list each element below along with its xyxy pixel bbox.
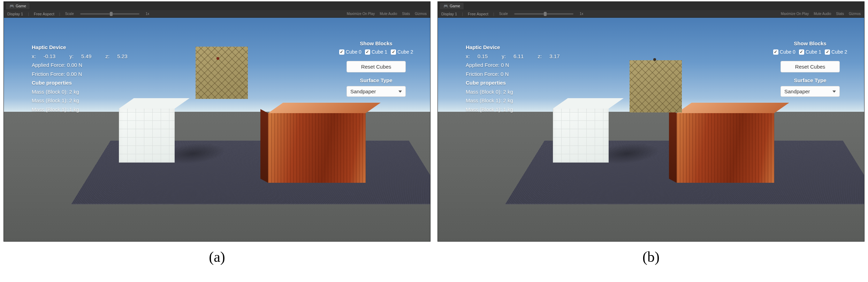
maximize-on-play-toggle[interactable]: Maximize On Play xyxy=(781,12,809,16)
mass-value: Mass (Block 1): 2 kg xyxy=(32,96,140,105)
cube0-checkbox[interactable]: ✓Cube 0 xyxy=(339,49,361,55)
cube-properties-heading: Cube properties xyxy=(466,78,572,87)
hud-controls-panel: Show Blocks ✓Cube 0 ✓Cube 1 ✓Cube 2 Rese… xyxy=(770,40,850,97)
check-icon: ✓ xyxy=(825,49,830,55)
subfigure-caption: (a) xyxy=(209,249,225,265)
window-tabbar: 🎮 Game xyxy=(4,2,430,10)
hud-controls-panel: Show Blocks ✓Cube 0 ✓Cube 1 ✓Cube 2 Rese… xyxy=(336,40,416,97)
game-tab-label: Game xyxy=(16,4,26,8)
toolbar-divider: | xyxy=(59,12,60,16)
subfigure-caption: (b) xyxy=(642,249,660,265)
scene-3d[interactable]: Haptic Device x: -0.13 y: 5.49 z: 5.23 A… xyxy=(4,18,430,241)
game-tab-icon: 🎮 xyxy=(9,4,14,8)
friction-force-value: Friction Force: 0 N xyxy=(466,70,572,79)
scale-label: Scale xyxy=(499,12,508,16)
surface-type-selected: Sandpaper xyxy=(350,88,376,94)
game-viewport-b[interactable]: 🎮 Game Display 1 | Free Aspect | Scale 1… xyxy=(437,1,865,242)
scale-value: 1x xyxy=(580,12,584,16)
applied-force-value: Applied Force: 0.00 N xyxy=(32,61,140,70)
hud-info-panel: Haptic Device x: -0.13 y: 5.49 z: 5.23 A… xyxy=(32,43,140,114)
sandpaper-cube[interactable] xyxy=(630,60,689,119)
display-dropdown[interactable]: Display 1 xyxy=(441,12,457,16)
game-toolbar: Display 1 | Free Aspect | Scale 1x Maxim… xyxy=(438,10,864,18)
surface-type-label: Surface Type xyxy=(770,77,850,83)
display-dropdown[interactable]: Display 1 xyxy=(7,12,23,16)
check-icon: ✓ xyxy=(339,49,344,55)
haptic-coords: x: -0.13 y: 5.49 z: 5.23 xyxy=(32,52,140,61)
mass-value: Mass (Block 1): 1 kg xyxy=(466,105,572,114)
aspect-dropdown[interactable]: Free Aspect xyxy=(468,12,488,16)
surface-type-dropdown[interactable]: Sandpaper xyxy=(781,86,840,97)
gizmos-toggle[interactable]: Gizmos xyxy=(849,12,861,16)
cube0-checkbox[interactable]: ✓Cube 0 xyxy=(773,49,795,55)
mass-value: Mass (Block 1): 2 kg xyxy=(466,96,572,105)
scale-slider[interactable] xyxy=(514,13,573,15)
haptic-coords: x: 0.15 y: 6.11 z: 3.17 xyxy=(466,52,572,61)
mute-audio-toggle[interactable]: Mute Audio xyxy=(380,12,397,16)
show-blocks-label: Show Blocks xyxy=(336,40,416,46)
mass-value: Mass (Block 1): 1 kg xyxy=(32,105,140,114)
show-blocks-label: Show Blocks xyxy=(770,40,850,46)
chevron-down-icon xyxy=(398,91,402,93)
haptic-device-heading: Haptic Device xyxy=(32,43,140,52)
surface-type-label: Surface Type xyxy=(336,77,416,83)
stats-toggle[interactable]: Stats xyxy=(402,12,410,16)
chevron-down-icon xyxy=(832,91,836,93)
reset-cubes-button[interactable]: Reset Cubes xyxy=(781,61,840,72)
cube2-checkbox[interactable]: ✓Cube 2 xyxy=(825,49,847,55)
check-icon: ✓ xyxy=(799,49,804,55)
cube2-checkbox[interactable]: ✓Cube 2 xyxy=(391,49,413,55)
window-tabbar: 🎮 Game xyxy=(438,2,864,10)
game-tab[interactable]: 🎮 Game xyxy=(440,3,464,9)
hud-info-panel: Haptic Device x: 0.15 y: 6.11 z: 3.17 Ap… xyxy=(466,43,572,114)
game-toolbar: Display 1 | Free Aspect | Scale 1x Maxim… xyxy=(4,10,430,18)
game-tab[interactable]: 🎮 Game xyxy=(6,3,30,9)
friction-force-value: Friction Force: 0.00 N xyxy=(32,70,140,79)
toolbar-divider: | xyxy=(28,12,29,16)
game-viewport-a[interactable]: 🎮 Game Display 1 | Free Aspect | Scale 1… xyxy=(3,1,431,242)
check-icon: ✓ xyxy=(391,49,396,55)
surface-type-selected: Sandpaper xyxy=(784,88,810,94)
game-tab-label: Game xyxy=(450,4,460,8)
reset-cubes-button[interactable]: Reset Cubes xyxy=(347,61,406,72)
game-tab-icon: 🎮 xyxy=(443,4,448,8)
mass-value: Mass (Block 0): 2 kg xyxy=(32,87,140,96)
scale-label: Scale xyxy=(65,12,74,16)
toolbar-divider: | xyxy=(462,12,463,16)
mute-audio-toggle[interactable]: Mute Audio xyxy=(814,12,831,16)
toolbar-divider: | xyxy=(493,12,494,16)
cube1-checkbox[interactable]: ✓Cube 1 xyxy=(365,49,387,55)
maximize-on-play-toggle[interactable]: Maximize On Play xyxy=(347,12,375,16)
check-icon: ✓ xyxy=(365,49,370,55)
stats-toggle[interactable]: Stats xyxy=(836,12,844,16)
scene-3d[interactable]: Haptic Device x: 0.15 y: 6.11 z: 3.17 Ap… xyxy=(438,18,864,241)
wooden-cube[interactable] xyxy=(268,103,387,193)
haptic-device-heading: Haptic Device xyxy=(466,43,572,52)
sandpaper-cube[interactable] xyxy=(196,47,255,106)
gizmos-toggle[interactable]: Gizmos xyxy=(415,12,427,16)
cube-properties-heading: Cube properties xyxy=(32,78,140,87)
scale-slider[interactable] xyxy=(80,13,139,15)
wooden-cube[interactable] xyxy=(677,103,795,193)
aspect-dropdown[interactable]: Free Aspect xyxy=(34,12,54,16)
surface-type-dropdown[interactable]: Sandpaper xyxy=(347,86,406,97)
cube1-checkbox[interactable]: ✓Cube 1 xyxy=(799,49,821,55)
check-icon: ✓ xyxy=(773,49,778,55)
applied-force-value: Applied Force: 0 N xyxy=(466,61,572,70)
scale-value: 1x xyxy=(146,12,150,16)
mass-value: Mass (Block 0): 2 kg xyxy=(466,87,572,96)
